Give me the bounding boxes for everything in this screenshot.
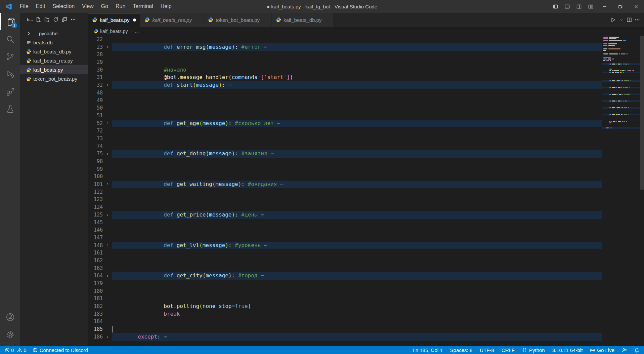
line-content[interactable]: def get_lvl(message): #уровень ⋯	[112, 242, 640, 249]
status-discord-presence[interactable]: Connected to Discord	[33, 347, 88, 353]
code-line-182[interactable]: 182 bot.polling(none_stop=True)	[88, 303, 640, 310]
line-content[interactable]: def get_age(message): #сколько лет ⋯	[112, 120, 640, 127]
menu-selection[interactable]: Selection	[49, 0, 78, 13]
status-python-interpreter[interactable]: 3.10.11 64-bit	[552, 347, 583, 353]
minimap[interactable]	[602, 36, 640, 346]
fold-chevron-icon[interactable]	[103, 150, 112, 158]
code-line-32[interactable]: 32 def start(message): ⋯	[88, 81, 640, 89]
status-language-mode[interactable]: Python	[522, 347, 545, 353]
line-content[interactable]: break	[112, 310, 640, 318]
code-line-48[interactable]: 48	[88, 89, 640, 97]
line-content[interactable]	[112, 36, 640, 43]
code-line-183[interactable]: 183 break	[88, 310, 640, 318]
close-button[interactable]	[628, 0, 644, 13]
code-line-164[interactable]: 164 def get_city(message): #город ⋯	[88, 272, 640, 280]
code-line-74[interactable]: 74	[88, 143, 640, 150]
line-content[interactable]: #начало	[112, 66, 640, 74]
line-content[interactable]	[112, 295, 640, 303]
menu-edit[interactable]: Edit	[32, 0, 49, 13]
file-row-kaif_beats_res.py[interactable]: kaif_beats_res.py	[20, 56, 88, 65]
fold-chevron-icon[interactable]	[103, 242, 112, 249]
code-line-148[interactable]: 148 def get_lvl(message): #уровень ⋯	[88, 242, 640, 249]
line-content[interactable]	[112, 89, 640, 97]
customize-layout-button[interactable]	[585, 0, 597, 13]
status-feedback[interactable]	[622, 348, 627, 353]
line-content[interactable]: def error_msg(message): #error ⋯	[112, 43, 640, 51]
status-indentation[interactable]: Spaces: 8	[450, 347, 473, 353]
code-line-72[interactable]: 72	[88, 127, 640, 135]
line-content[interactable]	[112, 188, 640, 196]
line-content[interactable]	[112, 143, 640, 150]
code-line-184[interactable]: 184	[88, 318, 640, 325]
code-line-98[interactable]: 98	[88, 158, 640, 165]
line-content[interactable]	[112, 97, 640, 105]
code-line-147[interactable]: 147	[88, 234, 640, 242]
activity-item-search[interactable]	[0, 30, 20, 48]
fold-chevron-icon[interactable]	[103, 333, 112, 341]
code-line-185[interactable]: 185	[88, 325, 640, 333]
fold-chevron-icon[interactable]	[103, 81, 112, 89]
line-content[interactable]	[112, 135, 640, 143]
code-line-146[interactable]: 146	[88, 226, 640, 234]
code-line-100[interactable]: 100	[88, 173, 640, 181]
toggle-primary-sidebar-button[interactable]	[550, 0, 561, 13]
line-content[interactable]: except: ⋯	[112, 333, 640, 341]
line-content[interactable]	[112, 234, 640, 242]
activity-item-testing[interactable]	[0, 100, 20, 118]
status-go-live[interactable]: Go Live	[590, 347, 614, 353]
tab-kaif_beats.py[interactable]: kaif_beats.py	[88, 13, 140, 27]
code-line-99[interactable]: 99	[88, 165, 640, 173]
line-content[interactable]: def get_price(message): #цены ⋯	[112, 211, 640, 219]
refresh-explorer-button[interactable]	[52, 15, 60, 24]
line-content[interactable]	[112, 249, 640, 257]
minimize-button[interactable]	[597, 0, 612, 13]
scrollbar-thumb[interactable]	[640, 36, 644, 190]
code-line-125[interactable]: 125 def get_price(message): #цены ⋯	[88, 211, 640, 219]
toggle-panel-button[interactable]	[561, 0, 573, 13]
line-content[interactable]	[112, 104, 640, 112]
file-row-kaif_beats_db.py[interactable]: kaif_beats_db.py	[20, 47, 88, 56]
line-content[interactable]	[112, 203, 640, 211]
menu-run[interactable]: Run	[112, 0, 129, 13]
restore-button[interactable]	[612, 0, 628, 13]
code-line-23[interactable]: 23 def error_msg(message): #error ⋯	[88, 43, 640, 51]
line-content[interactable]	[112, 165, 640, 173]
line-content[interactable]	[112, 196, 640, 203]
code-line-49[interactable]: 49	[88, 97, 640, 105]
code-line-73[interactable]: 73	[88, 135, 640, 143]
code-line-101[interactable]: 101 def get_waiting(message): #ожидания …	[88, 181, 640, 188]
line-content[interactable]	[112, 318, 640, 325]
file-row-kaif_beats.py[interactable]: kaif_beats.py	[20, 65, 88, 74]
line-content[interactable]	[112, 173, 640, 181]
code-line-52[interactable]: 52 def get_age(message): #сколько лет ⋯	[88, 120, 640, 127]
code-line-22[interactable]: 22	[88, 36, 640, 43]
activity-item-extensions[interactable]	[0, 83, 20, 100]
fold-chevron-icon[interactable]	[103, 272, 112, 280]
line-content[interactable]: def get_waiting(message): #ожидания ⋯	[112, 181, 640, 188]
menu-help[interactable]: Help	[157, 0, 175, 13]
line-content[interactable]: bot.polling(none_stop=True)	[112, 303, 640, 310]
line-content[interactable]: @bot.message_handler(commands=['start'])	[112, 74, 640, 81]
fold-chevron-icon[interactable]	[103, 120, 112, 127]
editor-more-actions-button[interactable]	[634, 15, 641, 24]
code-line-75[interactable]: 75 def get_doing(message): #занятия ⋯	[88, 150, 640, 158]
fold-chevron-icon[interactable]	[103, 211, 112, 219]
line-content[interactable]	[112, 325, 640, 333]
new-file-button[interactable]	[34, 15, 42, 24]
line-content[interactable]	[112, 280, 640, 287]
code-line-181[interactable]: 181	[88, 295, 640, 303]
code-line-50[interactable]: 50	[88, 104, 640, 112]
line-content[interactable]: def start(message): ⋯	[112, 81, 640, 89]
editor-scrollbar[interactable]	[640, 36, 644, 346]
code-line-145[interactable]: 145	[88, 219, 640, 227]
line-content[interactable]	[112, 127, 640, 135]
line-content[interactable]: def get_city(message): #город ⋯	[112, 272, 640, 280]
menu-go[interactable]: Go	[97, 0, 112, 13]
code-line-123[interactable]: 123	[88, 196, 640, 203]
run-python-file-button[interactable]	[610, 15, 616, 24]
status-cursor-position[interactable]: Ln 185, Col 1	[413, 347, 442, 353]
line-content[interactable]	[112, 265, 640, 272]
code-editor[interactable]: 2223 def error_msg(message): #error ⋯282…	[88, 36, 644, 346]
code-line-28[interactable]: 28	[88, 51, 640, 58]
breadcrumb-segment[interactable]: ...	[135, 29, 139, 34]
